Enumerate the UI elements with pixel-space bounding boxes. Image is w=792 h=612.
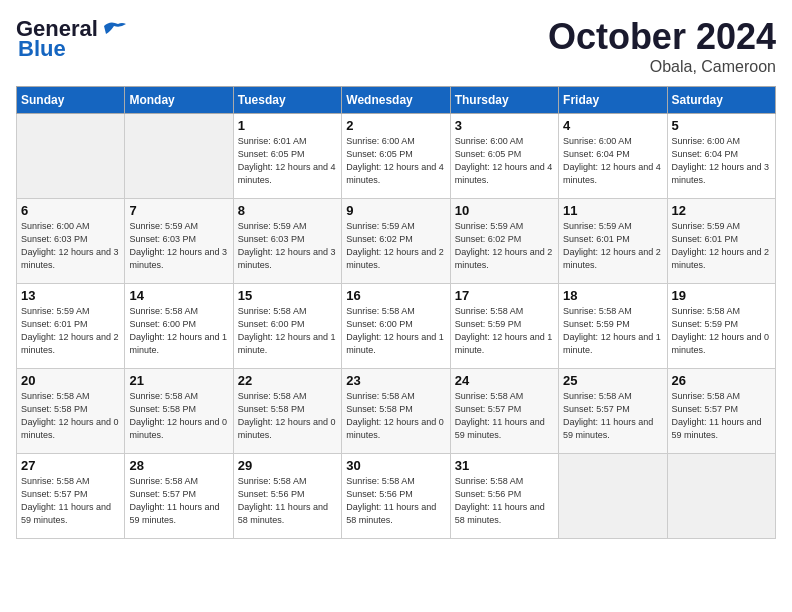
calendar-table: SundayMondayTuesdayWednesdayThursdayFrid… [16, 86, 776, 539]
day-number: 21 [129, 373, 228, 388]
day-number: 30 [346, 458, 445, 473]
calendar-cell [125, 114, 233, 199]
day-info: Sunrise: 5:58 AM Sunset: 5:56 PM Dayligh… [346, 475, 445, 527]
calendar-cell: 30Sunrise: 5:58 AM Sunset: 5:56 PM Dayli… [342, 454, 450, 539]
calendar-cell: 3Sunrise: 6:00 AM Sunset: 6:05 PM Daylig… [450, 114, 558, 199]
day-info: Sunrise: 6:00 AM Sunset: 6:05 PM Dayligh… [346, 135, 445, 187]
day-info: Sunrise: 5:59 AM Sunset: 6:01 PM Dayligh… [672, 220, 771, 272]
calendar-cell: 15Sunrise: 5:58 AM Sunset: 6:00 PM Dayli… [233, 284, 341, 369]
calendar-cell: 26Sunrise: 5:58 AM Sunset: 5:57 PM Dayli… [667, 369, 775, 454]
day-info: Sunrise: 5:58 AM Sunset: 5:56 PM Dayligh… [238, 475, 337, 527]
day-info: Sunrise: 5:58 AM Sunset: 5:59 PM Dayligh… [455, 305, 554, 357]
day-number: 27 [21, 458, 120, 473]
col-header-saturday: Saturday [667, 87, 775, 114]
day-info: Sunrise: 5:58 AM Sunset: 5:58 PM Dayligh… [238, 390, 337, 442]
day-number: 31 [455, 458, 554, 473]
day-info: Sunrise: 5:59 AM Sunset: 6:03 PM Dayligh… [238, 220, 337, 272]
day-info: Sunrise: 5:58 AM Sunset: 5:59 PM Dayligh… [563, 305, 662, 357]
col-header-thursday: Thursday [450, 87, 558, 114]
day-number: 7 [129, 203, 228, 218]
day-info: Sunrise: 5:58 AM Sunset: 5:58 PM Dayligh… [346, 390, 445, 442]
calendar-cell [17, 114, 125, 199]
calendar-cell: 24Sunrise: 5:58 AM Sunset: 5:57 PM Dayli… [450, 369, 558, 454]
calendar-cell: 5Sunrise: 6:00 AM Sunset: 6:04 PM Daylig… [667, 114, 775, 199]
calendar-cell: 12Sunrise: 5:59 AM Sunset: 6:01 PM Dayli… [667, 199, 775, 284]
calendar-cell: 27Sunrise: 5:58 AM Sunset: 5:57 PM Dayli… [17, 454, 125, 539]
calendar-cell: 23Sunrise: 5:58 AM Sunset: 5:58 PM Dayli… [342, 369, 450, 454]
logo: General Blue [16, 16, 128, 62]
day-info: Sunrise: 5:59 AM Sunset: 6:01 PM Dayligh… [21, 305, 120, 357]
day-number: 13 [21, 288, 120, 303]
calendar-cell: 7Sunrise: 5:59 AM Sunset: 6:03 PM Daylig… [125, 199, 233, 284]
col-header-wednesday: Wednesday [342, 87, 450, 114]
calendar-cell: 22Sunrise: 5:58 AM Sunset: 5:58 PM Dayli… [233, 369, 341, 454]
col-header-monday: Monday [125, 87, 233, 114]
day-info: Sunrise: 6:00 AM Sunset: 6:05 PM Dayligh… [455, 135, 554, 187]
calendar-cell: 31Sunrise: 5:58 AM Sunset: 5:56 PM Dayli… [450, 454, 558, 539]
day-info: Sunrise: 5:59 AM Sunset: 6:02 PM Dayligh… [455, 220, 554, 272]
day-number: 17 [455, 288, 554, 303]
day-number: 16 [346, 288, 445, 303]
day-number: 8 [238, 203, 337, 218]
calendar-cell: 1Sunrise: 6:01 AM Sunset: 6:05 PM Daylig… [233, 114, 341, 199]
location-subtitle: Obala, Cameroon [548, 58, 776, 76]
calendar-cell: 9Sunrise: 5:59 AM Sunset: 6:02 PM Daylig… [342, 199, 450, 284]
day-info: Sunrise: 5:58 AM Sunset: 5:58 PM Dayligh… [129, 390, 228, 442]
calendar-cell: 25Sunrise: 5:58 AM Sunset: 5:57 PM Dayli… [559, 369, 667, 454]
day-info: Sunrise: 5:58 AM Sunset: 6:00 PM Dayligh… [346, 305, 445, 357]
calendar-cell: 14Sunrise: 5:58 AM Sunset: 6:00 PM Dayli… [125, 284, 233, 369]
day-info: Sunrise: 5:58 AM Sunset: 5:58 PM Dayligh… [21, 390, 120, 442]
day-info: Sunrise: 6:01 AM Sunset: 6:05 PM Dayligh… [238, 135, 337, 187]
calendar-cell: 2Sunrise: 6:00 AM Sunset: 6:05 PM Daylig… [342, 114, 450, 199]
day-number: 10 [455, 203, 554, 218]
calendar-cell: 13Sunrise: 5:59 AM Sunset: 6:01 PM Dayli… [17, 284, 125, 369]
day-info: Sunrise: 5:59 AM Sunset: 6:02 PM Dayligh… [346, 220, 445, 272]
day-info: Sunrise: 5:58 AM Sunset: 5:57 PM Dayligh… [21, 475, 120, 527]
day-number: 1 [238, 118, 337, 133]
title-area: October 2024 Obala, Cameroon [548, 16, 776, 76]
calendar-cell: 6Sunrise: 6:00 AM Sunset: 6:03 PM Daylig… [17, 199, 125, 284]
day-number: 23 [346, 373, 445, 388]
day-info: Sunrise: 5:59 AM Sunset: 6:01 PM Dayligh… [563, 220, 662, 272]
calendar-cell: 17Sunrise: 5:58 AM Sunset: 5:59 PM Dayli… [450, 284, 558, 369]
day-number: 20 [21, 373, 120, 388]
day-info: Sunrise: 5:58 AM Sunset: 5:56 PM Dayligh… [455, 475, 554, 527]
day-number: 9 [346, 203, 445, 218]
day-number: 25 [563, 373, 662, 388]
calendar-cell: 11Sunrise: 5:59 AM Sunset: 6:01 PM Dayli… [559, 199, 667, 284]
day-number: 2 [346, 118, 445, 133]
calendar-cell: 4Sunrise: 6:00 AM Sunset: 6:04 PM Daylig… [559, 114, 667, 199]
col-header-tuesday: Tuesday [233, 87, 341, 114]
calendar-cell: 21Sunrise: 5:58 AM Sunset: 5:58 PM Dayli… [125, 369, 233, 454]
calendar-cell: 18Sunrise: 5:58 AM Sunset: 5:59 PM Dayli… [559, 284, 667, 369]
day-info: Sunrise: 5:58 AM Sunset: 6:00 PM Dayligh… [238, 305, 337, 357]
day-info: Sunrise: 5:58 AM Sunset: 5:57 PM Dayligh… [129, 475, 228, 527]
day-number: 6 [21, 203, 120, 218]
col-header-friday: Friday [559, 87, 667, 114]
day-info: Sunrise: 5:58 AM Sunset: 5:57 PM Dayligh… [563, 390, 662, 442]
calendar-cell: 29Sunrise: 5:58 AM Sunset: 5:56 PM Dayli… [233, 454, 341, 539]
page-header: General Blue October 2024 Obala, Cameroo… [16, 16, 776, 76]
calendar-cell: 10Sunrise: 5:59 AM Sunset: 6:02 PM Dayli… [450, 199, 558, 284]
day-number: 4 [563, 118, 662, 133]
day-info: Sunrise: 5:58 AM Sunset: 5:59 PM Dayligh… [672, 305, 771, 357]
calendar-cell: 28Sunrise: 5:58 AM Sunset: 5:57 PM Dayli… [125, 454, 233, 539]
logo-blue-text: Blue [18, 36, 66, 62]
logo-bird-icon [100, 18, 128, 40]
day-number: 5 [672, 118, 771, 133]
day-info: Sunrise: 5:58 AM Sunset: 6:00 PM Dayligh… [129, 305, 228, 357]
day-number: 14 [129, 288, 228, 303]
col-header-sunday: Sunday [17, 87, 125, 114]
month-title: October 2024 [548, 16, 776, 58]
day-number: 18 [563, 288, 662, 303]
day-info: Sunrise: 6:00 AM Sunset: 6:03 PM Dayligh… [21, 220, 120, 272]
day-number: 12 [672, 203, 771, 218]
day-number: 3 [455, 118, 554, 133]
day-info: Sunrise: 6:00 AM Sunset: 6:04 PM Dayligh… [672, 135, 771, 187]
day-number: 15 [238, 288, 337, 303]
day-info: Sunrise: 6:00 AM Sunset: 6:04 PM Dayligh… [563, 135, 662, 187]
calendar-cell [667, 454, 775, 539]
calendar-cell [559, 454, 667, 539]
day-number: 22 [238, 373, 337, 388]
day-number: 11 [563, 203, 662, 218]
